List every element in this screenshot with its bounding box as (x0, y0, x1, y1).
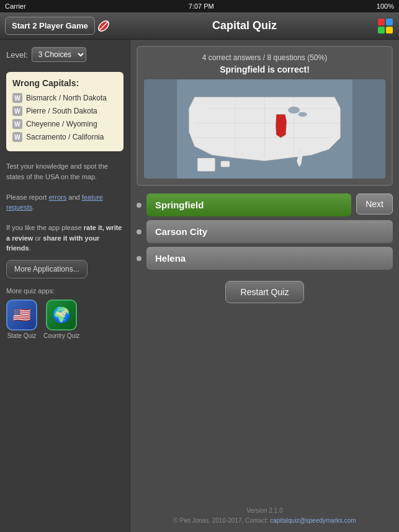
wrong-item: W Bismarck / North Dakota (12, 93, 117, 103)
version-text: Version 2.1.0 (137, 506, 393, 516)
answers-area: Springfield Next Carson City Helena (137, 193, 393, 270)
time-label: 7:07 PM (189, 2, 214, 10)
level-select[interactable]: 3 Choices 4 Choices 5 Choices (32, 47, 86, 62)
svg-rect-16 (197, 158, 215, 171)
errors-link[interactable]: errors (48, 193, 66, 201)
svg-rect-4 (386, 19, 393, 25)
svg-rect-3 (378, 19, 385, 25)
state-quiz-icon: 🇺🇸 (6, 299, 37, 330)
wrong-badge-0: W (12, 93, 22, 103)
wrong-badge-1: W (12, 106, 22, 116)
us-map-svg (144, 79, 385, 179)
color-grid-icon (377, 17, 394, 35)
more-apps-button[interactable]: More Applications... (6, 260, 87, 278)
wrong-item: W Pierre / South Dakota (12, 106, 117, 116)
country-quiz-label: Country Quiz (43, 332, 79, 339)
answer-row-1: Carson City (137, 220, 393, 243)
level-row: Level: 3 Choices 4 Choices 5 Choices (6, 47, 123, 62)
right-panel: 4 correct answers / 8 questions (50%) Sp… (130, 40, 399, 532)
wrong-capitals-title: Wrong Capitals: (12, 78, 117, 88)
wrong-item-text-1: Pierre / South Dakota (26, 107, 97, 115)
country-quiz-icon: 🌍 (46, 299, 77, 330)
answer-button-2[interactable]: Helena (146, 247, 393, 270)
level-label: Level: (6, 50, 28, 60)
map-correct-msg: Springfield is correct! (144, 64, 385, 74)
answer-bullet-1 (137, 229, 141, 234)
map-container: 4 correct answers / 8 questions (50%) Sp… (137, 46, 393, 186)
answer-button-1[interactable]: Carson City (146, 220, 393, 243)
start-2player-button[interactable]: Start 2 Player Game (5, 17, 95, 35)
wrong-item: W Cheyenne / Wyoming (12, 119, 117, 129)
map-svg-area (144, 79, 385, 179)
pill-icon (95, 17, 112, 35)
restart-area: Restart Quiz (137, 281, 393, 303)
info-para-3: If you like the app please rate it, writ… (6, 223, 123, 254)
battery-label: 100% (377, 2, 394, 10)
answer-row-0: Springfield Next (137, 193, 393, 216)
carrier-label: Carrier (5, 2, 26, 10)
answer-button-0[interactable]: Springfield (146, 193, 351, 216)
answer-row-2: Helena (137, 247, 393, 270)
next-button[interactable]: Next (356, 193, 393, 215)
sidebar-info: Test your knowledge and spot the states … (6, 161, 123, 254)
answer-bullet-2 (137, 256, 141, 261)
restart-button[interactable]: Restart Quiz (225, 281, 305, 303)
wrong-item: W Sacramento / California (12, 132, 117, 142)
right-footer: Version 2.1.0 © Piet Jonas, 2010-2017, C… (137, 500, 393, 526)
state-quiz-app[interactable]: 🇺🇸 State Quiz (6, 299, 37, 339)
wrong-item-text-0: Bismarck / North Dakota (26, 94, 107, 102)
status-bar: Carrier 7:07 PM 100% (0, 0, 399, 12)
info-para-1: Test your knowledge and spot the states … (6, 161, 123, 182)
copyright-text: © Piet Jonas, 2010-2017, Contact: capita… (137, 516, 393, 526)
quiz-app-icons: 🇺🇸 State Quiz 🌍 Country Quiz (6, 299, 123, 339)
main-content: Level: 3 Choices 4 Choices 5 Choices Wro… (0, 40, 399, 532)
nav-bar: Start 2 Player Game Capital Quiz (0, 12, 399, 40)
info-para-2: Please report errors and feature request… (6, 192, 123, 213)
page-title: Capital Quiz (112, 19, 377, 32)
more-quiz-label: More quiz apps: (6, 287, 123, 295)
email-link[interactable]: capitalquiz@speedymarks.com (270, 517, 356, 524)
answer-bullet-0 (137, 203, 141, 208)
svg-rect-5 (378, 27, 385, 33)
wrong-badge-3: W (12, 132, 22, 142)
state-quiz-label: State Quiz (7, 332, 37, 339)
wrong-item-text-2: Cheyenne / Wyoming (26, 120, 97, 128)
wrong-capitals-box: Wrong Capitals: W Bismarck / North Dakot… (6, 72, 123, 151)
svg-point-14 (288, 107, 300, 113)
svg-point-15 (298, 112, 307, 117)
wrong-badge-2: W (12, 119, 22, 129)
map-stats: 4 correct answers / 8 questions (50%) (144, 53, 385, 62)
svg-rect-17 (221, 161, 230, 167)
wrong-item-text-3: Sacramento / California (26, 133, 104, 141)
svg-rect-6 (386, 27, 393, 33)
country-quiz-app[interactable]: 🌍 Country Quiz (43, 299, 79, 339)
sidebar: Level: 3 Choices 4 Choices 5 Choices Wro… (0, 40, 130, 532)
